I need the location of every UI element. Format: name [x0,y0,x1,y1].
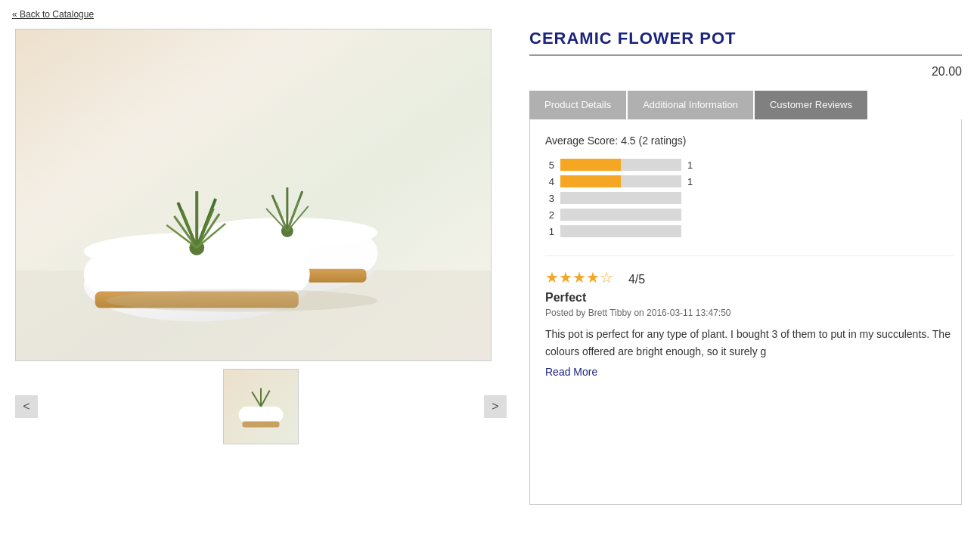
read-more-0[interactable]: Read More [545,366,954,378]
tab-customer-reviews[interactable]: Customer Reviews [755,91,867,119]
h-scroll-track[interactable] [542,505,949,506]
bar-track-3 [560,192,681,204]
carousel-controls: < [15,361,507,452]
rating-3-label: 3 [545,193,554,204]
review-title-0: Perfect [545,291,954,305]
tab-product-details[interactable]: Product Details [529,91,626,119]
rating-2-label: 2 [545,209,554,221]
bar-track-1 [560,225,681,237]
product-section: CERAMIC FLOWER POT 20.00 Product Details… [529,29,962,505]
thumbnail-1[interactable] [223,369,299,444]
review-item-0: ★★★★☆ 4/5 Perfect Posted by Brett Tibby … [545,255,954,378]
product-image-placeholder [16,29,491,360]
tab-panel: Average Score: 4.5 (2 ratings) 5 1 4 [529,119,962,505]
product-title: CERAMIC FLOWER POT [529,29,962,56]
product-price: 20.00 [529,65,962,79]
review-stars-0: ★★★★☆ [545,268,613,286]
rating-5-label: 5 [545,159,554,171]
bar-fill-4 [560,175,621,187]
next-button[interactable]: > [484,395,507,418]
rating-row-1: 1 [545,225,954,237]
tabs: Product Details Additional Information C… [529,91,962,119]
svg-rect-30 [239,407,284,423]
prev-button[interactable]: < [15,395,38,418]
svg-point-28 [107,289,378,312]
bar-count-5: 1 [687,159,693,171]
scroll-left-arrow[interactable]: ◀ [530,505,542,506]
review-meta-0: Posted by Brett Tibby on 2016-03-11 13:4… [545,308,954,318]
main-image [15,29,492,361]
review-rating-row: ★★★★☆ 4/5 [545,268,954,286]
rating-row-3: 3 [545,192,954,204]
rating-row-4: 4 1 [545,175,954,187]
bar-track-5 [560,159,681,171]
bar-fill-5 [560,159,621,171]
reviews-content[interactable]: Average Score: 4.5 (2 ratings) 5 1 4 [530,119,961,504]
rating-row-2: 2 [545,209,954,221]
rating-bars: 5 1 4 1 3 [545,159,954,237]
rating-4-label: 4 [545,176,554,187]
bar-track-4 [560,175,681,187]
back-to-catalogue-link[interactable]: « Back to Catalogue [0,0,106,29]
review-score-0: 4/5 [628,273,645,286]
scroll-right-arrow[interactable]: ▶ [949,505,961,506]
tab-additional-info[interactable]: Additional Information [628,91,753,119]
review-text-0: This pot is perfect for any type of plan… [545,326,954,360]
bar-track-2 [560,209,681,221]
horizontal-scrollbar[interactable]: ◀ ▶ [530,504,961,505]
rating-row-5: 5 1 [545,159,954,171]
rating-1-label: 1 [545,226,554,237]
average-score: Average Score: 4.5 (2 ratings) [545,135,954,147]
bar-count-4: 1 [687,176,693,187]
image-section: < [15,29,507,505]
svg-rect-31 [243,422,280,428]
thumbnails [223,369,299,444]
h-scroll-thumb[interactable] [542,505,588,506]
